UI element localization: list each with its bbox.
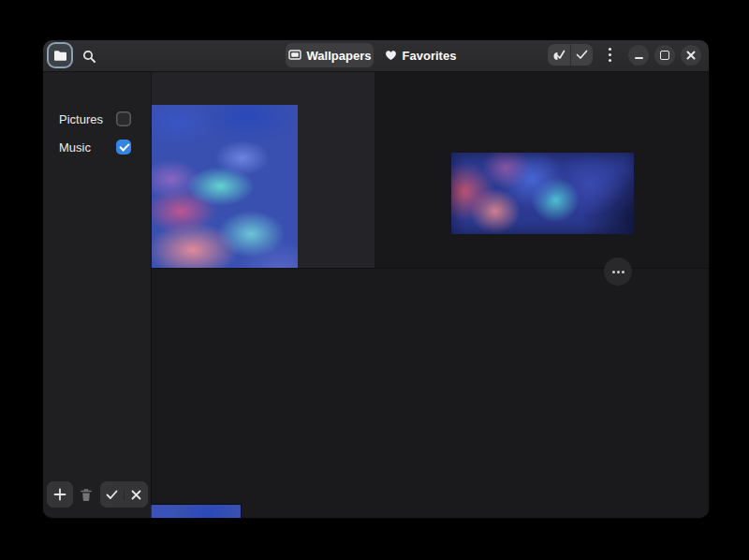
tab-label: Wallpapers (307, 49, 372, 63)
app-window: Monitor 0 (DP-2) Monitor 1 (HDMI-0) ges-… (43, 40, 709, 518)
tab-favorites[interactable]: Favorites (379, 43, 462, 67)
monitor-1-more-button[interactable] (604, 258, 632, 286)
heart-icon (385, 50, 397, 61)
folder-checkbox[interactable] (116, 111, 131, 126)
display-icon (288, 50, 301, 61)
apply-button-group (548, 44, 593, 66)
check-half-circle-icon (551, 49, 565, 61)
folder-label: Pictures (59, 112, 103, 126)
apply-button[interactable] (570, 44, 594, 66)
check-icon (576, 50, 588, 60)
minimize-icon (635, 57, 643, 59)
trash-icon (80, 488, 93, 502)
x-icon (131, 490, 141, 500)
folders-toggle-button[interactable] (49, 44, 71, 66)
folder-row-pictures[interactable]: Pictures (43, 110, 151, 130)
maximize-icon (660, 51, 669, 60)
check-icon (106, 490, 118, 500)
search-icon (82, 50, 96, 64)
sidebar-actions (43, 481, 151, 508)
tab-wallpapers[interactable]: Wallpapers (286, 43, 374, 67)
wallpaper-thumbnail[interactable] (145, 505, 241, 518)
delete-folder-button[interactable] (75, 481, 97, 508)
confirm-button[interactable] (100, 490, 124, 500)
search-button[interactable] (81, 48, 97, 65)
tab-label: Favorites (403, 49, 457, 63)
apply-random-button[interactable] (548, 44, 570, 66)
ellipsis-icon (612, 271, 624, 273)
folder-checkbox[interactable] (116, 140, 131, 155)
menu-button[interactable] (601, 44, 618, 66)
folder-icon (53, 50, 67, 62)
folder-label: Music (59, 140, 91, 155)
folders-sidebar: Pictures Music (43, 71, 151, 518)
close-button[interactable] (681, 45, 701, 66)
kebab-icon (609, 48, 611, 62)
plus-icon (53, 488, 66, 501)
confirm-cancel-group (100, 481, 148, 508)
monitor-0-wallpaper-preview[interactable] (152, 105, 298, 282)
monitor-1-wallpaper-preview[interactable] (451, 153, 634, 234)
close-icon (686, 51, 696, 60)
maximize-button[interactable] (654, 45, 675, 66)
minimize-button[interactable] (628, 45, 649, 66)
cancel-button[interactable] (124, 490, 148, 500)
add-folder-button[interactable] (47, 481, 73, 508)
folder-row-music[interactable]: Music (43, 138, 151, 158)
titlebar[interactable]: Wallpapers Favorites (43, 40, 709, 72)
